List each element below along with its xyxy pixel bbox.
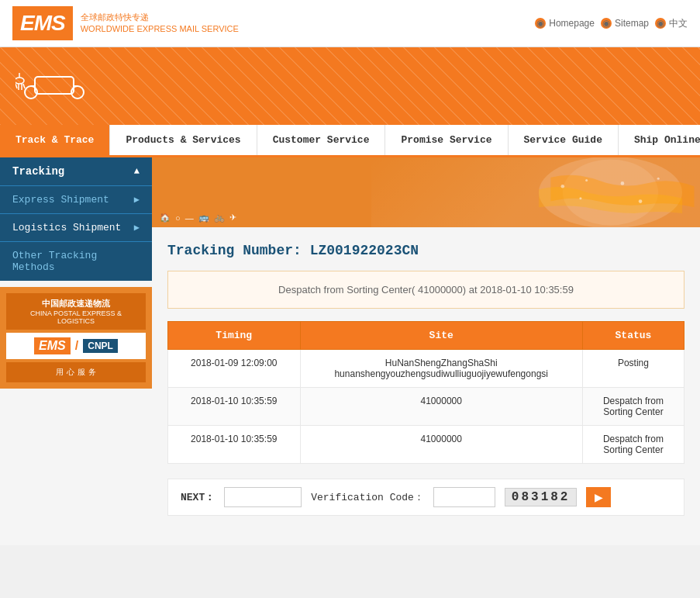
- cell-timing: 2018-01-09 12:09:00: [168, 350, 301, 388]
- table-row: 2018-01-10 10:35:5941000000Despatch from…: [168, 388, 684, 426]
- collapse-icon: ▲: [134, 166, 140, 177]
- arrow-right-icon-2: ▶: [134, 222, 140, 233]
- svg-point-5: [16, 78, 24, 84]
- main-nav: Track & Trace Products & Services Custom…: [0, 125, 700, 157]
- go-button[interactable]: ▶: [586, 487, 611, 507]
- top-links: ◉ Homepage ◉ Sitemap ◉ 中文: [535, 17, 688, 30]
- sidebar-item-express[interactable]: Express Shipment ▶: [0, 185, 152, 213]
- banner-carriage: [16, 57, 109, 115]
- nav-promise-service[interactable]: Promise Service: [385, 125, 508, 155]
- col-site: Site: [300, 322, 582, 350]
- table-row: 2018-01-10 10:35:5941000000Despatch from…: [168, 426, 684, 464]
- next-input[interactable]: [224, 487, 302, 507]
- cnpl-logo: CNPL: [83, 339, 118, 353]
- tracking-number-title: Tracking Number: LZ001922023CN: [167, 243, 684, 258]
- banner: [0, 47, 700, 125]
- sidebar-express-label: Express Shipment: [12, 194, 109, 206]
- sidebar-other-label: Other Tracking Methods: [12, 250, 140, 273]
- sidebar-item-other[interactable]: Other Tracking Methods: [0, 241, 152, 281]
- homepage-dot: ◉: [535, 18, 546, 29]
- breadcrumb-home-icon: 🏠: [160, 213, 171, 223]
- cell-timing: 2018-01-10 10:35:59: [168, 388, 301, 426]
- breadcrumb-icon2: 🚲: [214, 213, 225, 223]
- sitemap-label: Sitemap: [615, 18, 649, 29]
- sidebar-item-logistics[interactable]: Logistics Shipment ▶: [0, 213, 152, 241]
- cell-timing: 2018-01-10 10:35:59: [168, 426, 301, 464]
- top-bar: EMS 全球邮政特快专递 WORLDWIDE EXPRESS MAIL SERV…: [0, 0, 700, 47]
- breadcrumb-icon3: ✈: [229, 213, 236, 223]
- logo-en: WORLDWIDE EXPRESS MAIL SERVICE: [81, 23, 239, 35]
- sidebar-ad-bottom: 用 心 服 务: [6, 362, 146, 382]
- svg-point-18: [639, 199, 643, 203]
- svg-point-14: [585, 179, 588, 181]
- verify-label: Verification Code：: [311, 490, 424, 504]
- cell-status: Posting: [582, 350, 684, 388]
- nav-track-trace[interactable]: Track & Trace: [0, 125, 110, 155]
- ad-icon-4: 务: [88, 367, 96, 378]
- chinese-link[interactable]: ◉ 中文: [655, 17, 688, 30]
- next-row: NEXT： Verification Code： 083182 ▶: [167, 479, 684, 516]
- sitemap-link[interactable]: ◉ Sitemap: [601, 18, 649, 29]
- sidebar-ad: 中国邮政速递物流 CHINA POSTAL EXPRESS & LOGISTIC…: [0, 287, 152, 389]
- col-status: Status: [582, 322, 684, 350]
- nav-service-guide[interactable]: Service Guide: [509, 125, 619, 155]
- ems-small-logo: EMS: [34, 337, 71, 354]
- breadcrumb-icon: 🚌: [198, 213, 209, 223]
- svg-point-16: [657, 178, 659, 180]
- tracking-content: Tracking Number: LZ001922023CN Despatch …: [152, 227, 700, 531]
- cell-site: 41000000: [300, 388, 582, 426]
- col-timing: Timing: [168, 322, 301, 350]
- svg-point-15: [620, 181, 624, 185]
- cell-status: Despatch fromSorting Center: [582, 388, 684, 426]
- svg-line-9: [23, 84, 25, 88]
- ad-cn-text: 中国邮政速递物流: [11, 298, 141, 309]
- homepage-label: Homepage: [549, 18, 595, 29]
- captcha-box: 083182: [505, 488, 578, 506]
- cell-status: Despatch fromSorting Center: [582, 426, 684, 464]
- content-banner: 🏠 ○ — 🚌 🚲 ✈: [152, 157, 700, 227]
- verify-input[interactable]: [433, 487, 495, 507]
- tracking-table: Timing Site Status 2018-01-09 12:09:00Hu…: [167, 321, 684, 464]
- logo-cn: 全球邮政特快专递: [81, 12, 239, 23]
- chinese-dot: ◉: [655, 18, 666, 29]
- breadcrumb-sep2: —: [185, 213, 194, 223]
- logo-area: EMS 全球邮政特快专递 WORLDWIDE EXPRESS MAIL SERV…: [12, 6, 239, 40]
- sidebar: Tracking ▲ Express Shipment ▶ Logistics …: [0, 157, 152, 545]
- globe-decoration: [371, 157, 700, 227]
- svg-point-13: [560, 185, 564, 188]
- cell-site: HuNanShengZhangShaShihunanshengyouzhengs…: [300, 350, 582, 388]
- breadcrumb: 🏠 ○ — 🚌 🚲 ✈: [160, 213, 236, 223]
- table-row: 2018-01-09 12:09:00HuNanShengZhangShaShi…: [168, 350, 684, 388]
- svg-point-17: [579, 197, 581, 199]
- logo-box: EMS: [12, 6, 73, 40]
- sitemap-dot: ◉: [601, 18, 612, 29]
- sidebar-title: Tracking: [12, 165, 64, 178]
- latest-status-text: Despatch from Sorting Center( 41000000) …: [278, 284, 574, 296]
- content-area: 🏠 ○ — 🚌 🚲 ✈ Tracking Number: LZ001922023…: [152, 157, 700, 545]
- svg-rect-2: [35, 77, 74, 94]
- sidebar-header[interactable]: Tracking ▲: [0, 157, 152, 185]
- logo-text: 全球邮政特快专递 WORLDWIDE EXPRESS MAIL SERVICE: [81, 12, 239, 36]
- next-label: NEXT：: [181, 490, 215, 504]
- ad-icon-2: 心: [67, 367, 74, 378]
- latest-status-box: Despatch from Sorting Center( 41000000) …: [167, 271, 684, 309]
- ems-logo: EMS: [20, 11, 65, 36]
- homepage-link[interactable]: ◉ Homepage: [535, 18, 595, 29]
- nav-customer-service[interactable]: Customer Service: [257, 125, 386, 155]
- svg-line-6: [16, 84, 17, 88]
- sidebar-logistics-label: Logistics Shipment: [12, 222, 121, 233]
- main-layout: Tracking ▲ Express Shipment ▶ Logistics …: [0, 157, 700, 545]
- sidebar-ad-top: 中国邮政速递物流 CHINA POSTAL EXPRESS & LOGISTIC…: [6, 293, 146, 330]
- chinese-label: 中文: [669, 17, 688, 30]
- ad-en-text: CHINA POSTAL EXPRESS & LOGISTICS: [11, 309, 141, 325]
- ad-icon-3: 服: [78, 367, 85, 378]
- slash-divider: /: [75, 339, 78, 353]
- breadcrumb-sep1: ○: [175, 213, 181, 223]
- cell-site: 41000000: [300, 426, 582, 464]
- ad-icon-1: 用: [56, 367, 64, 378]
- nav-products-services[interactable]: Products & Services: [110, 125, 257, 155]
- sidebar-ad-logos: EMS / CNPL: [6, 333, 146, 359]
- nav-ship-online[interactable]: Ship Online: [619, 125, 700, 155]
- arrow-right-icon: ▶: [134, 194, 140, 206]
